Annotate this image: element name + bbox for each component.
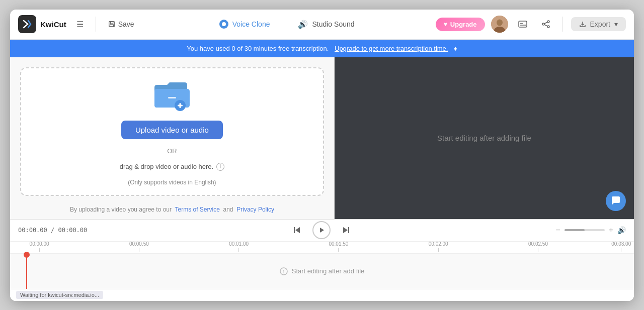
studio-sound-label: Studio Sound <box>312 20 354 28</box>
svg-rect-1 <box>110 22 113 24</box>
transport-bar: 00:00.00 / 00:00.00 <box>10 220 634 242</box>
banner: You have used 0 of 30 minutes free trans… <box>10 40 634 57</box>
subtitles-icon[interactable] <box>514 16 531 33</box>
ruler-mark-0: 00:00.00 <box>30 242 49 252</box>
banner-upgrade-link[interactable]: Upgrade to get more transcription time. <box>335 45 448 52</box>
preview-placeholder: Start editing after adding file <box>437 134 531 142</box>
header-right: ♥ Upgrade <box>436 16 626 33</box>
divider <box>562 17 563 32</box>
upload-button-label: Upload video or audio <box>135 126 209 134</box>
zoom-in-icon[interactable]: + <box>609 226 613 235</box>
playhead[interactable] <box>26 254 27 289</box>
svg-rect-2 <box>110 25 113 27</box>
logo-icon <box>18 15 36 33</box>
svg-rect-18 <box>294 227 295 233</box>
ruler-mark-6: 00:03.00 <box>611 242 631 252</box>
banner-text: You have used 0 of 30 minutes free trans… <box>187 45 329 52</box>
export-label: Export <box>590 20 610 28</box>
volume-icon[interactable]: 🔊 <box>617 226 626 234</box>
chat-button[interactable] <box>606 191 626 211</box>
voice-clone-label: Voice Clone <box>232 20 270 28</box>
svg-point-9 <box>547 21 549 23</box>
status-bar: Waiting for kwicut-srv.media.io... <box>10 289 634 301</box>
terms-link[interactable]: Terms of Service <box>175 206 219 213</box>
video-preview: Start editing after adding file <box>335 57 634 219</box>
play-button[interactable] <box>312 221 331 239</box>
svg-point-10 <box>542 23 544 25</box>
drag-drop-text: drag & drop video or audio here. i <box>120 163 224 171</box>
svg-rect-17 <box>179 103 181 108</box>
track-area: Start editing after add file <box>10 254 634 289</box>
header: KwiCut ☰ Save Voice Clone 🔊 Studio Sound <box>10 10 634 40</box>
nav-studio-sound[interactable]: 🔊 Studio Sound <box>292 17 360 32</box>
save-button[interactable]: Save <box>104 18 138 30</box>
timeline-ruler: 00:00.00 00:00.50 00:01.00 00:01.50 00:0… <box>10 242 634 254</box>
logo-area: KwiCut <box>18 15 66 33</box>
svg-line-13 <box>544 25 547 26</box>
studio-sound-icon: 🔊 <box>298 20 308 29</box>
svg-rect-14 <box>168 97 176 98</box>
svg-rect-6 <box>519 21 527 27</box>
ruler-mark-3: 00:01.50 <box>329 242 348 252</box>
divider <box>96 17 96 32</box>
status-text: Waiting for kwicut-srv.media.io... <box>16 291 103 299</box>
share-icon[interactable] <box>537 16 554 33</box>
save-label: Save <box>118 20 134 28</box>
transport-controls <box>93 221 549 239</box>
info-icon[interactable]: i <box>216 163 224 171</box>
main-content: Upload video or audio OR drag & drop vid… <box>10 57 634 219</box>
app-name: KwiCut <box>40 20 66 29</box>
svg-point-11 <box>547 26 549 28</box>
privacy-link[interactable]: Privacy Policy <box>236 206 274 213</box>
avatar[interactable] <box>491 16 508 33</box>
upload-area[interactable]: Upload video or audio OR drag & drop vid… <box>20 67 324 196</box>
or-label: OR <box>167 147 177 155</box>
ruler-marks: 00:00.00 00:00.50 00:01.00 00:01.50 00:0… <box>14 242 630 253</box>
svg-point-4 <box>497 20 503 26</box>
heart-icon: ♥ <box>444 21 447 28</box>
skip-back-button[interactable] <box>289 223 304 238</box>
skip-forward-button[interactable] <box>339 223 354 238</box>
svg-point-22 <box>283 272 284 273</box>
app-window: KwiCut ☰ Save Voice Clone 🔊 Studio Sound <box>10 10 634 301</box>
english-only-text: (Only supports videos in English) <box>128 179 216 186</box>
hamburger-icon[interactable]: ☰ <box>72 18 88 31</box>
voice-clone-icon <box>219 20 228 29</box>
svg-rect-19 <box>348 227 349 233</box>
upgrade-label: Upgrade <box>450 21 477 28</box>
terms-text: By uploading a video you agree to our Te… <box>10 206 334 219</box>
time-display: 00:00.00 / 00:00.00 <box>18 227 87 234</box>
ruler-mark-1: 00:00.50 <box>129 242 149 252</box>
upload-button[interactable]: Upload video or audio <box>121 121 223 139</box>
header-center: Voice Clone 🔊 Studio Sound <box>144 17 430 32</box>
zoom-controls: − + 🔊 <box>555 226 626 235</box>
svg-line-12 <box>544 22 547 24</box>
playhead-dot <box>24 252 30 258</box>
folder-icon <box>152 77 192 113</box>
ruler-mark-2: 00:01.00 <box>229 242 249 252</box>
track-empty-message: Start editing after add file <box>280 267 365 275</box>
export-chevron-icon: ▾ <box>614 20 618 28</box>
ruler-mark-4: 00:02.00 <box>429 242 448 252</box>
track-empty-text: Start editing after add file <box>292 267 365 275</box>
nav-voice-clone[interactable]: Voice Clone <box>213 17 276 32</box>
upgrade-button[interactable]: ♥ Upgrade <box>436 18 485 31</box>
zoom-out-icon[interactable]: − <box>555 226 560 235</box>
export-button[interactable]: Export ▾ <box>571 17 626 31</box>
zoom-slider[interactable] <box>565 229 605 231</box>
timeline-area: 00:00.00 / 00:00.00 <box>10 219 634 301</box>
crown-icon: ♦ <box>454 45 457 52</box>
ruler-mark-5: 00:02.50 <box>528 242 548 252</box>
left-panel: Upload video or audio OR drag & drop vid… <box>10 57 335 219</box>
